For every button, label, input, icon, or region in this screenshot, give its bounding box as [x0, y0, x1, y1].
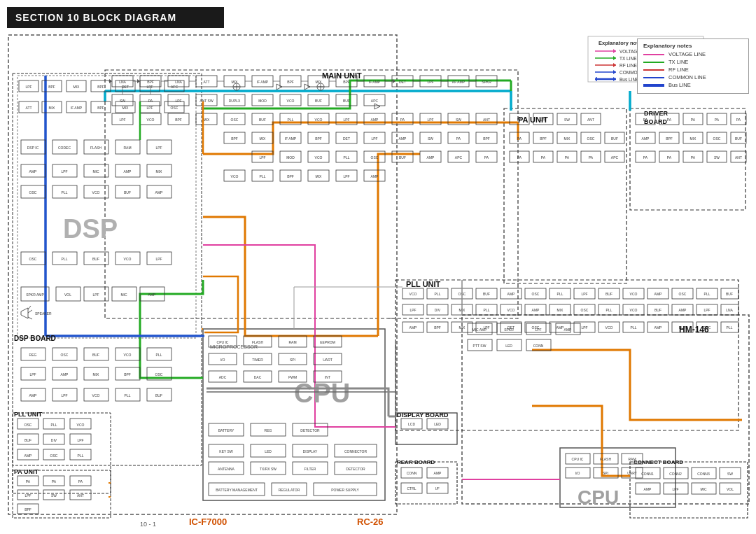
svg-text:TX/RX SW: TX/RX SW	[260, 467, 276, 471]
svg-text:IF AMP: IF AMP	[369, 80, 381, 84]
svg-text:LED: LED	[265, 449, 272, 454]
svg-text:MOD: MOD	[258, 99, 267, 103]
svg-text:PA: PA	[667, 155, 672, 160]
svg-text:CONN: CONN	[407, 471, 417, 475]
svg-text:BUF: BUF	[483, 292, 490, 296]
svg-text:PLL: PLL	[78, 454, 84, 458]
svg-text:BUF: BUF	[735, 136, 742, 141]
svg-text:CPU IC: CPU IC	[572, 457, 584, 461]
cpu-left-label: CPU	[294, 379, 350, 408]
svg-text:BATTERY MANAGEMENT: BATTERY MANAGEMENT	[216, 488, 258, 492]
svg-text:PA: PA	[484, 155, 489, 160]
svg-text:MOD: MOD	[286, 155, 295, 160]
legend-item-common: COMMON LINE	[643, 74, 743, 80]
svg-text:ANT SW: ANT SW	[200, 99, 214, 103]
svg-text:LPF: LPF	[24, 493, 31, 498]
svg-text:CONNECTOR: CONNECTOR	[344, 449, 368, 454]
svg-text:SPKR: SPKR	[504, 328, 514, 332]
svg-text:Bus LINE: Bus LINE	[620, 77, 639, 82]
legend-voltage-line	[643, 54, 664, 55]
display-board-label: DISPLAY BOARD	[397, 412, 449, 419]
svg-text:AF AMP: AF AMP	[452, 80, 465, 84]
legend-item-tx: TX LINE	[643, 59, 743, 65]
svg-text:BPF: BPF	[175, 118, 182, 122]
svg-text:OSC: OSC	[61, 353, 69, 357]
svg-text:PLL: PLL	[344, 155, 350, 160]
svg-text:MIX: MIX	[690, 136, 697, 141]
svg-text:LPF: LPF	[343, 174, 349, 178]
page-number: 10 - 1	[140, 521, 156, 528]
legend-bus-line	[643, 84, 664, 87]
svg-text:PLL: PLL	[606, 308, 612, 312]
svg-text:SW: SW	[120, 99, 125, 103]
svg-text:MIX: MIX	[204, 118, 211, 122]
svg-text:BPF: BPF	[434, 325, 441, 330]
svg-text:MIX: MIX	[260, 136, 267, 141]
svg-text:APC: APC	[371, 99, 379, 103]
svg-text:PWM: PWM	[288, 375, 297, 379]
pa-unit-left-label: PA UNIT	[14, 468, 39, 475]
svg-text:DUPLX: DUPLX	[229, 99, 241, 103]
cpu-right-label: CPU	[578, 486, 619, 508]
svg-text:ATT: ATT	[203, 80, 209, 84]
svg-text:I/O: I/O	[220, 358, 225, 362]
svg-text:BUF: BUF	[92, 257, 99, 261]
svg-text:BPF: BPF	[48, 85, 55, 89]
svg-text:PA: PA	[691, 118, 696, 122]
svg-text:IF AMP: IF AMP	[71, 106, 83, 110]
svg-text:LPF: LPF	[61, 393, 67, 398]
driver-board-label: DRIVER	[644, 110, 668, 117]
connect-board-label: CONNECT BOARD	[634, 459, 683, 465]
svg-text:OSC: OSC	[231, 118, 239, 122]
svg-text:OSC: OSC	[50, 454, 58, 458]
svg-text:LNA: LNA	[726, 308, 733, 312]
svg-text:SPKR AMP: SPKR AMP	[26, 293, 44, 297]
svg-text:PA: PA	[456, 136, 461, 141]
svg-text:I/F: I/F	[435, 486, 440, 491]
svg-rect-2	[13, 73, 202, 465]
svg-text:LPF: LPF	[92, 293, 99, 297]
svg-text:AMP: AMP	[24, 454, 33, 458]
svg-text:AMP: AMP	[148, 293, 157, 297]
ic-f7000-label: IC-F7000	[189, 517, 227, 527]
svg-text:ANTENNA: ANTENNA	[218, 467, 235, 471]
svg-text:MIC: MIC	[120, 293, 127, 297]
svg-text:RAM: RAM	[123, 146, 131, 150]
svg-text:IF AMP: IF AMP	[257, 80, 269, 84]
svg-text:LPF: LPF	[427, 118, 433, 122]
svg-line-279	[28, 310, 32, 313]
svg-text:LCD: LCD	[408, 422, 415, 426]
svg-text:BUF: BUF	[92, 353, 99, 357]
svg-text:BPF: BPF	[147, 80, 154, 84]
svg-text:BUF: BUF	[315, 99, 322, 103]
main-unit-label: MAIN UNIT	[322, 71, 362, 80]
svg-text:SW: SW	[564, 118, 570, 122]
svg-text:MIC AMP: MIC AMP	[472, 328, 487, 332]
svg-text:BUF: BUF	[611, 136, 618, 141]
svg-text:PTT SW: PTT SW	[473, 344, 486, 348]
svg-rect-6	[105, 70, 518, 318]
svg-text:LPF: LPF	[259, 155, 265, 160]
svg-text:BPF: BPF	[287, 174, 294, 178]
svg-text:OSC: OSC	[29, 257, 37, 261]
svg-text:I/O: I/O	[575, 471, 580, 475]
svg-text:PA: PA	[589, 155, 594, 160]
svg-text:PLL: PLL	[704, 292, 710, 296]
svg-text:BUF: BUF	[124, 190, 131, 195]
svg-text:MIX: MIX	[49, 106, 56, 110]
svg-text:OSC: OSC	[587, 136, 595, 141]
svg-marker-277	[21, 308, 28, 318]
svg-marker-517	[137, 79, 140, 83]
svg-text:BPF: BPF	[666, 136, 673, 141]
svg-text:LPF: LPF	[77, 438, 83, 442]
svg-text:VCO: VCO	[315, 118, 323, 122]
svg-text:PLL: PLL	[62, 257, 68, 261]
svg-text:PA: PA	[52, 479, 57, 484]
svg-text:AMP: AMP	[679, 308, 687, 312]
svg-text:BPF: BPF	[315, 136, 322, 141]
svg-text:VCO: VCO	[606, 325, 613, 330]
svg-text:BPF: BPF	[24, 507, 31, 512]
svg-text:VCO: VCO	[147, 118, 155, 122]
svg-text:VCO: VCO	[231, 174, 239, 178]
svg-text:VCO: VCO	[287, 99, 295, 103]
